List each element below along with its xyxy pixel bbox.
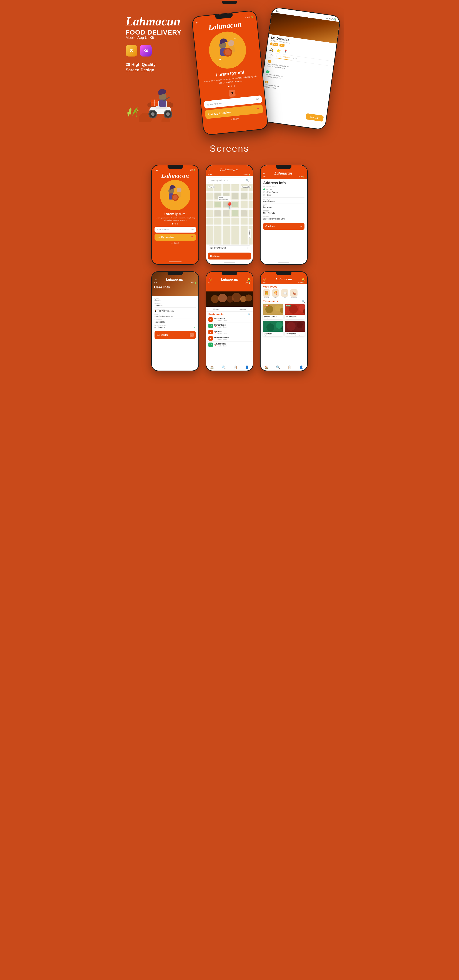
hero-section: Lahmacun FOOD DELIVERY Mobile App UI Kit… <box>115 0 344 139</box>
food-type-chicken[interactable]: 🍗 CHICKEN <box>290 289 297 298</box>
screen-phone-foodtypes: 🎁 Lahmacun 🔔 9:41 ▪▪ WiFi 🔋 Food Types 🍔 <box>260 271 308 371</box>
hero-phones-container: 9:41 ▪▪▪ WiFi 🔋 🔍 Mc <box>184 11 334 132</box>
s5-nav-profile[interactable]: 👤 <box>245 365 249 369</box>
screen-phone-address: ← Lahmacun 9:41 ▪▪ WiFi 🔋 Address Info A… <box>260 165 308 265</box>
svg-rect-46 <box>232 192 238 199</box>
svg-rect-8 <box>159 100 166 107</box>
svg-point-4 <box>151 112 154 116</box>
s5-item-5[interactable]: 8.4 Abuzer Usta 📍Location Street <box>206 342 253 348</box>
svg-point-29 <box>177 188 181 192</box>
screens-row-2: ← Lahmacun 9:41 ▪▪ WiFi 🔋 User Info NAME… <box>124 271 335 371</box>
svg-point-64 <box>245 294 252 301</box>
sketch-icon: S <box>125 45 137 57</box>
svg-point-6 <box>166 112 170 116</box>
s1-time: 9:41 <box>154 169 158 171</box>
screens-count2: Screen Design <box>125 68 184 72</box>
s5-item-2[interactable]: 8.6 Burger King 📍Location Street <box>206 323 253 329</box>
brand-logo: Lahmacun <box>125 15 184 27</box>
wifi-icon: WiFi <box>329 18 334 20</box>
s4-logo: Lahmacun <box>165 277 183 282</box>
s2-continue-btn[interactable]: Continue → <box>208 253 251 259</box>
svg-rect-42 <box>239 184 241 245</box>
s5-item-1[interactable]: 8 Mc Donalds 📍Location Street <box>206 317 253 323</box>
s5-nav-home[interactable]: 🏠 <box>210 365 214 369</box>
svg-point-74 <box>267 323 274 331</box>
s1-address-input[interactable]: Enter Address 🗺 <box>154 227 196 232</box>
svg-point-59 <box>211 295 219 303</box>
hero-phone-back: 9:41 ▪▪▪ WiFi 🔋 🔍 Mc <box>256 6 341 130</box>
screens-count: 28 High Quality <box>125 62 184 68</box>
s5-sorting-btn[interactable]: ↕Sorting <box>239 308 246 310</box>
s4-title: User Info <box>154 285 196 290</box>
svg-point-62 <box>232 293 241 302</box>
s3-back-btn[interactable]: ← <box>263 172 266 175</box>
svg-point-75 <box>276 322 283 329</box>
s6-card-barrel[interactable]: OPEN Barrel House Sausalito, California <box>285 304 305 319</box>
brand-subtitle: Mobile App UI Kit <box>125 36 184 40</box>
s2-logo: Lahmacun <box>220 167 238 172</box>
s2-map-area: Mosque Emir Sultan Camii 📍 Priris Cd Tey… <box>206 184 253 245</box>
back-phone-time: 9:41 <box>276 10 280 13</box>
s2-time: 9:41 <box>208 174 212 176</box>
s6-nav-search[interactable]: 🔍 <box>276 365 280 369</box>
s6-card-makana[interactable]: OPEN Makana Terrace Kauai, Hawaii <box>263 304 283 319</box>
s3-logo: Lahmacun <box>274 171 292 176</box>
screen-phone-userinfo: ← Lahmacun 9:41 ▪▪ WiFi 🔋 User Info NAME… <box>151 271 199 371</box>
svg-rect-51 <box>214 210 221 216</box>
s2-back-btn[interactable]: ← <box>208 168 211 172</box>
s5-item-4[interactable]: 8 Uzay Patisserie 📍Location Street <box>206 336 253 342</box>
screen-phone-map: ← Lahmacun 9:41 ▪▪ WiFi 🔋 Search your lo… <box>206 165 253 265</box>
svg-text:✦: ✦ <box>240 55 242 57</box>
svg-rect-39 <box>213 184 214 245</box>
s1-guest[interactable]: or Guest <box>172 242 179 244</box>
screens-row-1: 9:41 ▪▪ WiFi 🔋 Lahmacun <box>124 165 335 265</box>
svg-rect-52 <box>223 210 229 216</box>
svg-point-66 <box>265 305 273 313</box>
screens-section-title: Screens <box>124 143 335 154</box>
rating-badge: 8.5 <box>279 44 285 47</box>
s4-back-btn[interactable]: ← <box>154 278 157 281</box>
screen-phone-restaurants: 🎁 Lahmacun 🔔 9:41 ▪▪ WiFi 🔋 <box>206 271 253 371</box>
svg-text:✦: ✦ <box>234 37 236 40</box>
s5-filter-btn[interactable]: ⚙Filter <box>213 308 219 310</box>
s2-search[interactable]: Search your location... 🔍 <box>208 178 251 183</box>
s5-item-3[interactable]: 7 Subway 📍Location Street <box>206 329 253 336</box>
s3-title: Address Info <box>260 179 307 186</box>
s1-location-btn[interactable]: Use My Location 📍 <box>154 234 196 240</box>
front-phone-time: 9:41 <box>195 21 200 24</box>
svg-rect-53 <box>232 210 238 216</box>
s2-location-label: Nilufer (Merkez) ∨ <box>208 245 251 251</box>
svg-rect-47 <box>241 192 247 199</box>
svg-point-13 <box>137 110 138 111</box>
s3-continue-btn[interactable]: Continue → <box>263 223 305 230</box>
address-placeholder: Enter Address <box>207 102 222 106</box>
food-type-pizza[interactable]: 🍕 PIZZA <box>272 289 279 298</box>
svg-rect-48 <box>214 202 221 207</box>
guest-link[interactable]: or Guest <box>230 118 239 121</box>
s6-nav-orders[interactable]: 📋 <box>287 365 292 369</box>
s6-card-sierra[interactable]: Sierra Mar Big Sur, California <box>263 321 283 336</box>
svg-text:Mosque: Mosque <box>219 197 223 198</box>
s1-desc: Lorem ipsum dolor sit amet, consectetur … <box>152 217 199 221</box>
svg-rect-41 <box>230 184 232 245</box>
food-type-meal[interactable]: 🍽️ MEAL <box>281 289 288 298</box>
food-type-burger[interactable]: 🍔 BURGER <box>263 289 270 298</box>
svg-rect-54 <box>241 210 247 216</box>
s6-nav-profile[interactable]: 👤 <box>299 365 303 369</box>
see-cart-button[interactable]: See Cart <box>306 113 324 122</box>
scooter-illustration <box>125 79 184 123</box>
s5-nav-orders[interactable]: 📋 <box>233 365 237 369</box>
s4-get-started-btn[interactable]: Get Started ✓ <box>154 331 196 339</box>
svg-point-32 <box>173 195 178 200</box>
s6-card-granary[interactable]: The Granary Jackson Hole, Wyoming <box>285 321 305 336</box>
brand-tagline: FOOD DELIVERY <box>125 29 184 36</box>
tab-info[interactable]: Info <box>291 56 299 61</box>
svg-point-60 <box>218 294 227 302</box>
screens-section: Screens 9:41 ▪▪ WiFi 🔋 Lahmacun <box>115 139 344 384</box>
s6-nav-home[interactable]: 🏠 <box>264 365 268 369</box>
svg-text:✦: ✦ <box>219 58 222 62</box>
s1-logo: Lahmacun <box>162 172 189 179</box>
s5-nav-search[interactable]: 🔍 <box>222 365 226 369</box>
s3-time: 9:41 <box>263 176 266 178</box>
open-badge: OPEN <box>270 42 278 46</box>
